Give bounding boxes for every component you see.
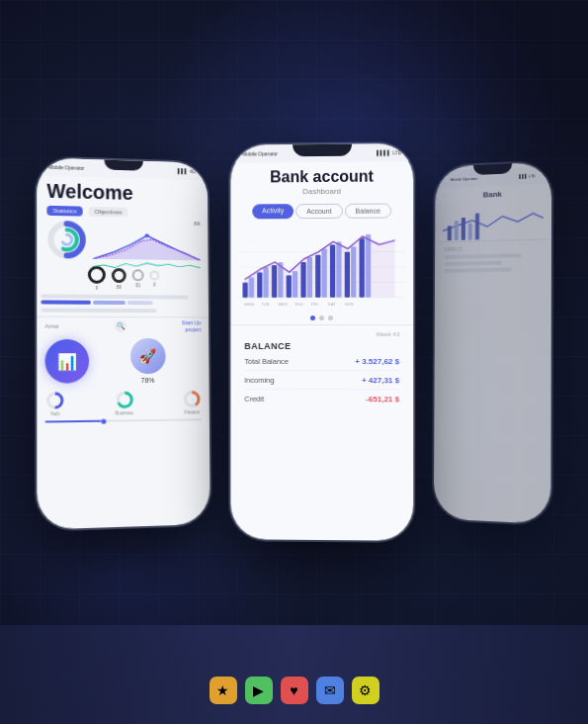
phone-right: Mobile Operator ▌▌▌ LTE Bank xyxy=(433,161,550,524)
incoming-label: Incoming xyxy=(244,376,274,385)
artist-label: Artist xyxy=(44,322,58,328)
svg-text:THU: THU xyxy=(294,302,303,307)
left-header: Welcome xyxy=(37,175,208,207)
donut-chart xyxy=(44,218,89,262)
track-bar[interactable] xyxy=(44,418,202,422)
dot-1 xyxy=(310,316,315,320)
finance-label: Finance xyxy=(182,410,201,415)
tab-pills-row[interactable]: Activity Account Balance xyxy=(230,199,413,223)
svg-marker-35 xyxy=(244,236,394,298)
incoming-value: + 427,31 $ xyxy=(361,376,398,385)
donut-business: Business xyxy=(114,390,133,415)
heart-icon: ♥ xyxy=(290,682,297,698)
balance-section: Week 43 BALANCE Total Balance + 3.527,62… xyxy=(230,324,413,418)
week-label: Week 43 xyxy=(244,331,399,337)
svg-text:FRI: FRI xyxy=(310,302,317,307)
settings-icon: ⚙ xyxy=(359,682,372,698)
bar-section-left xyxy=(37,294,209,317)
signal-center: ▌▌▌▌ xyxy=(377,149,390,155)
total-balance-label: Total Balance xyxy=(244,357,289,366)
svg-text:TUE: TUE xyxy=(261,302,270,307)
svg-point-3 xyxy=(61,234,71,244)
app-icon-mail[interactable]: ✉ xyxy=(316,677,344,704)
center-header: Bank account Dashboard xyxy=(230,161,413,200)
tab-account[interactable]: Account xyxy=(295,204,342,219)
mail-icon: ✉ xyxy=(324,682,336,698)
svg-rect-43 xyxy=(447,226,451,240)
rocket-circle: 🚀 xyxy=(129,338,165,374)
svg-rect-47 xyxy=(474,214,478,240)
svg-marker-5 xyxy=(92,238,200,260)
music-player-circle[interactable]: 📊 xyxy=(44,339,89,384)
percent-78: 78% xyxy=(93,377,202,385)
app-icon-settings[interactable]: ⚙ xyxy=(352,677,379,704)
balance-row-credit: Credit -651,21 $ xyxy=(244,395,399,407)
balance-row-incoming: Incoming + 427,31 $ xyxy=(244,376,399,390)
chart-row-1: 86 xyxy=(37,218,208,264)
artist-search[interactable]: 🔍 xyxy=(115,320,126,332)
dots-row xyxy=(230,312,413,324)
right-bottom-col: 🚀 78% xyxy=(93,338,202,384)
circle-3: 81 xyxy=(131,269,143,288)
phones-container: Mobile Operator ▌▌▌ 4G Welcome Statistic… xyxy=(0,0,588,724)
play-icon: ▶ xyxy=(253,682,264,698)
star-icon: ★ xyxy=(216,682,229,698)
svg-text:WED: WED xyxy=(278,302,288,307)
svg-text:SAT: SAT xyxy=(327,302,335,307)
svg-text:SUN: SUN xyxy=(344,302,353,307)
notch-left xyxy=(103,160,141,171)
balance-title: BALANCE xyxy=(244,341,399,351)
track-progress xyxy=(44,420,101,423)
notch-center xyxy=(292,144,351,157)
carrier-center: Mobile Operator xyxy=(242,150,278,156)
phone-left: Mobile Operator ▌▌▌ 4G Welcome Statistic… xyxy=(37,157,210,529)
donut-tech: Tech xyxy=(44,391,64,417)
signal-left: ▌▌▌ xyxy=(177,168,187,174)
tab-balance[interactable]: Balance xyxy=(344,204,390,219)
signal-right: ▌▌▌ LTE xyxy=(519,173,536,179)
credit-value: -651,21 $ xyxy=(366,395,399,404)
app-icon-heart[interactable]: ♥ xyxy=(281,677,308,704)
tab-activity[interactable]: Activity xyxy=(252,204,294,219)
total-balance-value: + 3.527,62 $ xyxy=(355,357,399,366)
carrier-right: Mobile Operator xyxy=(450,175,477,181)
svg-text:MON: MON xyxy=(244,302,254,307)
balance-row-total: Total Balance + 3.527,62 $ xyxy=(244,357,399,371)
carrier-left: Mobile Operator xyxy=(48,164,84,171)
network-left: 4G xyxy=(189,168,195,174)
dot-2 xyxy=(319,316,324,320)
artist-row[interactable]: Artist 🔍 Start Upproject xyxy=(37,317,209,335)
network-center: LTE xyxy=(392,149,401,155)
svg-rect-45 xyxy=(461,218,464,240)
bank-title: Bank account xyxy=(242,167,401,186)
tab-objectives[interactable]: Objectives xyxy=(88,207,127,218)
right-partial-content: Bank DIRECT... xyxy=(438,184,546,277)
triangle-chart: 86 xyxy=(92,219,200,263)
chart-area-center: MON TUE WED THU FRI SAT SUN xyxy=(230,223,413,313)
phone-center: Mobile Operator ▌▌▌▌ LTE Bank account Da… xyxy=(230,143,413,541)
svg-rect-44 xyxy=(454,221,458,240)
startup-badge: Start Upproject xyxy=(181,319,201,332)
app-icon-play[interactable]: ▶ xyxy=(245,677,273,704)
credit-label: Credit xyxy=(244,395,264,404)
business-label: Business xyxy=(114,410,133,415)
donut-finance: Finance xyxy=(182,390,202,415)
dot-3 xyxy=(327,316,332,320)
bottom-icons-row: ★ ▶ ♥ ✉ ⚙ xyxy=(210,677,379,704)
circle-4: 0 xyxy=(149,270,159,287)
tab-statistics[interactable]: Statistics xyxy=(46,206,82,217)
track-dot xyxy=(101,418,106,423)
tech-label: Tech xyxy=(44,411,64,416)
left-bottom: 📊 🚀 78% xyxy=(37,334,209,389)
small-donuts-row: Tech Business Finance xyxy=(37,388,210,419)
welcome-title: Welcome xyxy=(46,180,198,206)
app-icon-star[interactable]: ★ xyxy=(210,677,237,704)
equalizer-icon: 📊 xyxy=(56,352,76,371)
svg-rect-46 xyxy=(467,224,471,240)
dashboard-label: Dashboard xyxy=(242,186,401,196)
svg-point-2 xyxy=(56,229,76,249)
